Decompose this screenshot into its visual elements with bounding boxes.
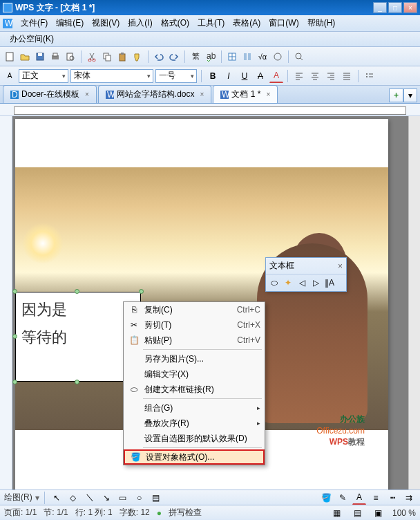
close-button[interactable]: × xyxy=(403,2,417,13)
arrow-icon[interactable]: ↘ xyxy=(99,491,113,505)
add-tab-button[interactable]: + xyxy=(389,88,403,102)
italic-button[interactable]: I xyxy=(222,69,236,83)
spell-status[interactable]: 拼写检查 xyxy=(169,507,202,519)
minimize-button[interactable]: _ xyxy=(373,2,387,13)
wps-icon[interactable]: W xyxy=(3,19,12,28)
menu-insert[interactable]: 插入(I) xyxy=(124,16,156,30)
svg-rect-12 xyxy=(106,55,111,61)
ctx-cut[interactable]: ✂剪切(T)Ctrl+X xyxy=(124,317,265,333)
cut-button[interactable] xyxy=(85,50,99,64)
arrow-style-icon[interactable]: ⇉ xyxy=(402,491,416,505)
font-select[interactable]: 宋体 xyxy=(70,69,153,83)
rect-icon[interactable]: ▭ xyxy=(116,491,130,505)
tab-docer[interactable]: D Docer-在线模板 × xyxy=(3,85,97,103)
menu-tools[interactable]: 工具(T) xyxy=(193,16,229,30)
tab-menu-button[interactable]: ▾ xyxy=(403,88,417,102)
paste-button[interactable] xyxy=(115,50,129,64)
prev-icon[interactable]: ◁ xyxy=(296,277,308,289)
table-button[interactable] xyxy=(225,50,239,64)
zoom-button[interactable] xyxy=(292,50,306,64)
bold-button[interactable]: B xyxy=(206,69,220,83)
copy-icon: ⎘ xyxy=(128,304,140,315)
next-icon[interactable]: ▷ xyxy=(309,277,322,289)
new-button[interactable] xyxy=(3,50,17,64)
tab-close-icon[interactable]: × xyxy=(200,91,204,98)
shapes-icon[interactable]: ◇ xyxy=(66,491,80,505)
svg-text:D: D xyxy=(12,91,18,99)
ctx-order[interactable]: 叠放次序(R)▸ xyxy=(124,416,265,431)
ctx-edit-text[interactable]: 编辑文字(X) xyxy=(124,366,265,382)
spell-button[interactable]: ab xyxy=(204,50,218,64)
strike-button[interactable]: A xyxy=(254,69,267,83)
tab-doc3[interactable]: W 文档 1 * × xyxy=(213,85,278,103)
menu-table[interactable]: 表格(A) xyxy=(229,16,265,30)
undo-button[interactable] xyxy=(152,50,166,64)
special-button[interactable] xyxy=(271,50,285,64)
floatbar-close-icon[interactable]: × xyxy=(338,261,343,271)
tab-close-icon[interactable]: × xyxy=(85,91,89,98)
size-select[interactable]: 一号 xyxy=(155,69,197,83)
ctx-create-link[interactable]: ⬭创建文本框链接(R) xyxy=(124,382,265,397)
ctx-copy[interactable]: ⎘复制(C)Ctrl+C xyxy=(124,302,265,317)
menu-help[interactable]: 帮助(H) xyxy=(303,16,340,30)
columns-button[interactable] xyxy=(240,50,254,64)
ctx-format-object[interactable]: 🪣设置对象格式(O)... xyxy=(124,449,265,465)
format-painter-button[interactable] xyxy=(131,50,144,64)
align-left-button[interactable] xyxy=(292,69,306,83)
vertical-ruler[interactable] xyxy=(0,116,12,490)
save-button[interactable] xyxy=(33,50,47,64)
equation-button[interactable]: √α xyxy=(256,50,269,64)
line-style-icon[interactable]: ≡ xyxy=(369,491,383,505)
zoom-status[interactable]: 100 % xyxy=(392,508,416,518)
line-color-icon[interactable]: ✎ xyxy=(336,491,350,505)
bullets-button[interactable] xyxy=(363,69,376,83)
menu-format[interactable]: 格式(O) xyxy=(157,16,193,30)
font-color-button[interactable]: A xyxy=(269,69,283,83)
view-print-icon[interactable]: ▦ xyxy=(330,506,344,520)
style-aa-button[interactable]: A xyxy=(3,69,17,83)
ctx-default-effect[interactable]: 设置自选图形的默认效果(D) xyxy=(124,431,265,446)
tab-close-icon[interactable]: × xyxy=(266,91,270,98)
view-web-icon[interactable]: ▣ xyxy=(372,506,385,520)
ctx-paste[interactable]: 📋粘贴(P)Ctrl+V xyxy=(124,333,265,348)
preview-button[interactable] xyxy=(64,50,77,64)
menu-office[interactable]: 办公空间(K) xyxy=(6,32,58,46)
document-tabs: D Docer-在线模板 × W 网站金字塔结构.docx × W 文档 1 *… xyxy=(0,86,420,104)
print-button[interactable] xyxy=(48,50,62,64)
ctx-save-as-image[interactable]: 另存为图片(S)... xyxy=(124,351,265,366)
line-icon[interactable]: ＼ xyxy=(83,491,97,505)
oval-icon[interactable]: ○ xyxy=(133,491,146,505)
menu-edit[interactable]: 编辑(E) xyxy=(52,16,88,30)
link-icon[interactable]: ⬭ xyxy=(268,277,280,289)
align-center-button[interactable] xyxy=(308,69,322,83)
maximize-button[interactable]: □ xyxy=(388,2,402,13)
tab-doc2[interactable]: W 网站金字塔结构.docx × xyxy=(98,85,212,103)
font-color-icon[interactable]: A xyxy=(352,491,366,505)
style-select[interactable]: 正文 xyxy=(19,69,68,83)
menu-view[interactable]: 视图(V) xyxy=(88,16,124,30)
text-box[interactable]: 因为是 等待的 xyxy=(15,292,141,382)
menu-file[interactable]: 文件(F) xyxy=(17,16,52,30)
redo-button[interactable] xyxy=(167,50,181,64)
underline-button[interactable]: U xyxy=(238,69,251,83)
svg-text:W: W xyxy=(5,19,12,28)
open-button[interactable] xyxy=(18,50,32,64)
fill-icon[interactable]: 🪣 xyxy=(319,491,333,505)
traditional-button[interactable]: 繁 xyxy=(189,50,202,64)
word-icon: W xyxy=(220,91,229,99)
align-right-button[interactable] xyxy=(324,69,338,83)
align-justify-button[interactable] xyxy=(340,69,354,83)
pointer-icon[interactable]: ↖ xyxy=(50,491,64,505)
direction-icon[interactable]: ‖A xyxy=(323,277,336,289)
menu-window[interactable]: 窗口(W) xyxy=(265,16,303,30)
dash-icon[interactable]: ┅ xyxy=(385,491,399,505)
sparkle-icon[interactable]: ✦ xyxy=(282,277,294,289)
copy-button[interactable] xyxy=(100,50,114,64)
draw-menu[interactable]: 绘图(R) xyxy=(4,492,32,503)
ctx-group[interactable]: 组合(G)▸ xyxy=(124,400,265,416)
menu-bar: W 文件(F) 编辑(E) 视图(V) 插入(I) 格式(O) 工具(T) 表格… xyxy=(0,15,420,32)
horizontal-ruler[interactable] xyxy=(0,104,420,116)
view-outline-icon[interactable]: ▤ xyxy=(351,506,365,520)
vertical-scrollbar[interactable] xyxy=(408,116,420,490)
textbox-icon[interactable]: ▤ xyxy=(149,491,163,505)
